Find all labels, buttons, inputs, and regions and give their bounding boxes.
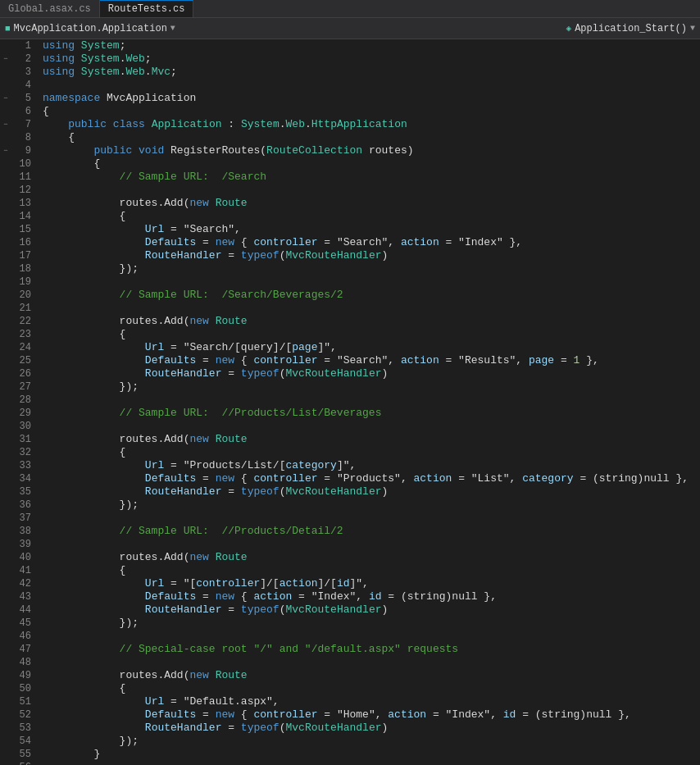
code-line-5: namespace MvcApplication	[43, 92, 700, 105]
code-line-48	[43, 656, 700, 669]
code-line-1: using System;	[43, 39, 700, 52]
code-line-45: });	[43, 617, 700, 630]
code-line-7: public class Application : System.Web.Ht…	[43, 118, 700, 131]
line-number-26: 26	[11, 367, 31, 380]
line-number-14: 14	[11, 210, 31, 223]
line-number-47: 47	[11, 643, 31, 656]
code-line-37	[43, 512, 700, 525]
line-number-6: 6	[11, 105, 31, 118]
line-number-36: 36	[11, 499, 31, 512]
code-line-25: Defaults = new { controller = "Search", …	[43, 354, 700, 367]
class-dropdown[interactable]: MvcApplication.Application ▼	[14, 23, 175, 34]
code-line-52: Defaults = new { controller = "Home", ac…	[43, 708, 700, 722]
gutter-3	[0, 66, 11, 79]
line-number-28: 28	[11, 394, 31, 407]
line-number-10: 10	[11, 157, 31, 171]
line-number-4: 4	[11, 79, 31, 92]
line-number-34: 34	[11, 472, 31, 485]
class-icon: ■	[5, 24, 11, 34]
tab-global-asax[interactable]: Global.asax.cs	[0, 0, 100, 17]
toolbar-left: ■ MvcApplication.Application ▼	[5, 23, 566, 34]
code-line-17: RouteHandler = typeof(MvcRouteHandler)	[43, 249, 700, 262]
code-line-42: Url = "[controller]/[action]/[id]",	[43, 577, 700, 590]
code-line-30	[43, 420, 700, 433]
code-line-39	[43, 538, 700, 551]
line-number-25: 25	[11, 354, 31, 367]
method-dropdown-arrow-icon[interactable]: ▼	[690, 24, 695, 33]
line-number-22: 22	[11, 315, 31, 328]
code-line-6: {	[43, 105, 700, 118]
code-line-4	[43, 79, 700, 92]
gutter-1	[0, 39, 11, 52]
line-number-49: 49	[11, 669, 31, 682]
line-number-23: 23	[11, 328, 31, 341]
gutter: − − − −	[0, 39, 11, 765]
line-number-1: 1	[11, 39, 31, 52]
code-line-50: {	[43, 682, 700, 695]
method-dropdown[interactable]: Application_Start() ▼	[575, 23, 695, 34]
line-number-44: 44	[11, 603, 31, 617]
tab-label: Global.asax.cs	[8, 3, 91, 15]
line-number-51: 51	[11, 695, 31, 708]
editor-window: Global.asax.cs RouteTests.cs ■ MvcApplic…	[0, 0, 700, 765]
gutter-collapse-method[interactable]: −	[0, 144, 11, 157]
gutter-collapse-namespace[interactable]: −	[0, 92, 11, 105]
code-line-56	[43, 761, 700, 765]
dropdown-arrow-icon[interactable]: ▼	[170, 24, 175, 33]
line-number-19: 19	[11, 275, 31, 289]
line-number-52: 52	[11, 708, 31, 722]
line-number-40: 40	[11, 551, 31, 564]
line-number-45: 45	[11, 617, 31, 630]
code-line-32: {	[43, 446, 700, 459]
line-number-48: 48	[11, 656, 31, 669]
line-number-5: 5	[11, 92, 31, 105]
line-number-42: 42	[11, 577, 31, 590]
code-area[interactable]: using System;using System.Web;using Syst…	[36, 39, 700, 765]
code-line-26: RouteHandler = typeof(MvcRouteHandler)	[43, 367, 700, 380]
code-line-15: Url = "Search",	[43, 223, 700, 236]
code-line-3: using System.Web.Mvc;	[43, 66, 700, 79]
tab-label: RouteTests.cs	[108, 3, 185, 15]
gutter-4	[0, 79, 11, 92]
line-number-50: 50	[11, 682, 31, 695]
code-line-47: // Special-case root "/" and "/default.a…	[43, 643, 700, 656]
line-number-30: 30	[11, 420, 31, 433]
line-number-17: 17	[11, 249, 31, 262]
line-number-32: 32	[11, 446, 31, 459]
line-number-56: 56	[11, 761, 31, 765]
class-name: MvcApplication.Application	[14, 23, 167, 34]
code-line-8: {	[43, 131, 700, 144]
code-line-22: routes.Add(new Route	[43, 315, 700, 328]
code-line-43: Defaults = new { action = "Index", id = …	[43, 590, 700, 603]
line-number-15: 15	[11, 223, 31, 236]
code-line-27: });	[43, 380, 700, 394]
code-line-44: RouteHandler = typeof(MvcRouteHandler)	[43, 603, 700, 617]
code-line-10: {	[43, 157, 700, 171]
line-number-39: 39	[11, 538, 31, 551]
code-line-38: // Sample URL: //Products/Detail/2	[43, 525, 700, 538]
line-number-29: 29	[11, 407, 31, 420]
code-line-54: });	[43, 735, 700, 748]
line-number-9: 9	[11, 144, 31, 157]
line-number-41: 41	[11, 564, 31, 577]
gutter-collapse-using[interactable]: −	[0, 52, 11, 66]
code-line-46	[43, 630, 700, 643]
editor-container[interactable]: − − − − 12345678910111213141516171819202…	[0, 39, 700, 765]
method-name: Application_Start()	[575, 23, 687, 34]
gutter-8	[0, 131, 11, 144]
line-number-33: 33	[11, 459, 31, 472]
line-number-37: 37	[11, 512, 31, 525]
gutter-collapse-class[interactable]: −	[0, 118, 11, 131]
line-number-43: 43	[11, 590, 31, 603]
line-number-24: 24	[11, 341, 31, 354]
code-line-13: routes.Add(new Route	[43, 197, 700, 210]
code-line-51: Url = "Default.aspx",	[43, 695, 700, 708]
line-number-31: 31	[11, 433, 31, 446]
line-number-3: 3	[11, 66, 31, 79]
line-number-2: 2	[11, 52, 31, 66]
code-line-31: routes.Add(new Route	[43, 433, 700, 446]
code-line-33: Url = "Products/List/[category]",	[43, 459, 700, 472]
tab-route-tests[interactable]: RouteTests.cs	[100, 0, 194, 17]
line-number-27: 27	[11, 380, 31, 394]
code-line-55: }	[43, 748, 700, 761]
